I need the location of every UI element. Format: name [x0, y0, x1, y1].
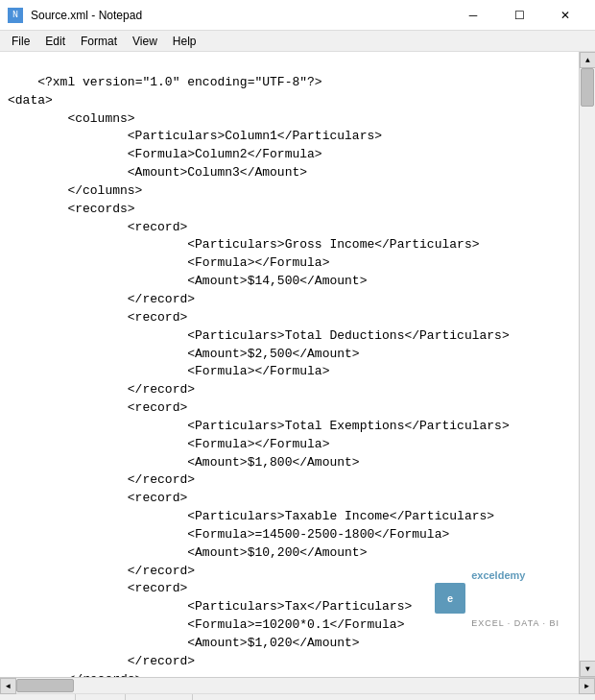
menu-help[interactable]: Help: [165, 33, 204, 50]
scrollbar-horizontal: ◄ ►: [0, 677, 595, 693]
close-button[interactable]: ✕: [543, 0, 587, 31]
watermark-text-block: exceldemy EXCEL · DATA · BI: [471, 532, 559, 665]
scroll-right-button[interactable]: ►: [579, 678, 595, 694]
status-position: Ln 1, Col 1: [0, 694, 76, 700]
scroll-left-button[interactable]: ◄: [0, 678, 16, 694]
window-title: Source.xml - Notepad: [31, 9, 142, 22]
status-line-ending: Unix (LF): [126, 694, 193, 700]
status-zoom: 100%: [76, 694, 126, 700]
maximize-button[interactable]: ☐: [497, 0, 541, 31]
scroll-v-track[interactable]: [580, 68, 595, 661]
editor-text-area[interactable]: <?xml version="1.0" encoding="UTF-8"?> <…: [0, 52, 579, 677]
app-icon: N: [8, 8, 23, 23]
status-bar: Ln 1, Col 1 100% Unix (LF) UTF-8: [0, 693, 595, 700]
menu-bar: File Edit Format View Help: [0, 31, 595, 52]
title-bar-left: N Source.xml - Notepad: [8, 8, 142, 23]
menu-file[interactable]: File: [4, 33, 37, 50]
scroll-down-button[interactable]: ▼: [580, 661, 595, 677]
watermark-logo: e: [435, 583, 465, 614]
watermark-brand: exceldemy: [471, 568, 559, 582]
menu-view[interactable]: View: [125, 33, 165, 50]
status-encoding: UTF-8: [193, 694, 245, 700]
scroll-h-track[interactable]: [16, 678, 579, 693]
title-bar: N Source.xml - Notepad ─ ☐ ✕: [0, 0, 595, 31]
scroll-h-thumb[interactable]: [16, 679, 74, 692]
menu-edit[interactable]: Edit: [37, 33, 73, 50]
scrollbar-vertical: ▲ ▼: [579, 52, 595, 677]
watermark: e exceldemy EXCEL · DATA · BI: [435, 532, 559, 665]
minimize-button[interactable]: ─: [451, 0, 495, 31]
scroll-up-button[interactable]: ▲: [580, 52, 595, 68]
menu-format[interactable]: Format: [73, 33, 125, 50]
watermark-tagline: EXCEL · DATA · BI: [471, 618, 559, 630]
editor-container: <?xml version="1.0" encoding="UTF-8"?> <…: [0, 52, 595, 677]
scroll-v-thumb[interactable]: [581, 68, 594, 107]
window-controls: ─ ☐ ✕: [451, 0, 587, 31]
